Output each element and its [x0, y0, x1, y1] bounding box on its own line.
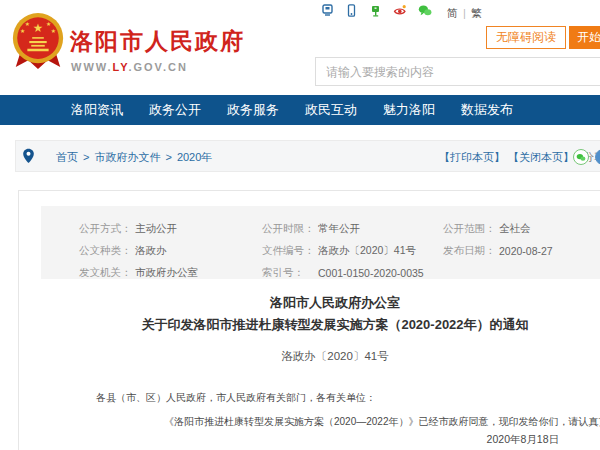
accessibility-reading-button[interactable]: 无障碍阅读	[486, 26, 566, 49]
breadcrumb-year[interactable]: 2020年	[177, 151, 212, 163]
national-emblem-logo: ★ ★ ★ ★ ★	[9, 11, 67, 71]
meta-document-type: 公文种类：洛政办	[79, 240, 262, 262]
nav-item-charming-luoyang[interactable]: 魅力洛阳	[370, 95, 448, 125]
meta-label: 公开范围：	[443, 222, 499, 236]
meta-label: 发文机关：	[79, 266, 135, 280]
meta-value: 洛政办〔2020〕41号	[318, 244, 416, 258]
meta-value: 全社会	[499, 222, 531, 236]
mobile-icon[interactable]	[345, 4, 358, 17]
meta-value: 洛政办	[135, 244, 167, 258]
svg-text:★: ★	[25, 21, 30, 27]
meta-value: C001-0150-2020-0035	[318, 267, 424, 279]
breadcrumb-separator: >	[83, 151, 89, 163]
search-input[interactable]	[315, 57, 600, 86]
site-url-ly: LY	[113, 61, 129, 73]
meta-label: 发布日期：	[443, 244, 499, 258]
meta-disclosure-method: 公开方式：主动公开	[79, 218, 262, 240]
wechat-share-icon[interactable]	[573, 149, 589, 165]
document-date: 2020年8月18日	[487, 433, 559, 447]
meta-label: 公开时限：	[262, 222, 318, 236]
lang-simplified[interactable]: 简	[447, 7, 459, 19]
meta-index-number: 索引号：C001-0150-2020-0035	[262, 262, 443, 284]
meta-label: 索引号：	[262, 266, 318, 280]
meta-document-number: 文件编号：洛政办〔2020〕41号	[262, 240, 443, 262]
document-salutation: 各县（市、区）人民政府，市人民政府有关部门，各有关单位：	[96, 391, 376, 405]
document-card: 公开方式：主动公开 公开时限：常年公开 公开范围：全社会 公文种类：洛政办 文件…	[18, 190, 600, 450]
weibo-icon[interactable]	[393, 4, 407, 17]
language-switch: 简|繁	[447, 6, 483, 21]
nav-item-gov-services[interactable]: 政务服务	[214, 95, 292, 125]
meta-value: 常年公开	[318, 222, 360, 236]
site-title: 洛阳市人民政府	[70, 26, 245, 57]
meta-label: 公开方式：	[79, 222, 135, 236]
nav-item-data-release[interactable]: 数据发布	[448, 95, 526, 125]
document-org-title: 洛阳市人民政府办公室	[19, 294, 600, 312]
svg-text:★: ★	[33, 21, 43, 34]
page: 简|繁 ★ ★ ★ ★ ★ 洛阳市人民政府 WWW.LY.GOV.CN 无障碍阅…	[0, 0, 600, 450]
wechat-icon[interactable]	[418, 4, 432, 17]
document-title: 关于印发洛阳市推进杜康转型发展实施方案（2020-2022年）的通知	[19, 316, 600, 334]
client-icon[interactable]	[321, 4, 334, 17]
breadcrumb: 首页>市政府办文件>2020年	[56, 141, 212, 173]
breadcrumb-home[interactable]: 首页	[56, 151, 78, 163]
meta-value: 市政府办公室	[135, 266, 198, 280]
location-pin-icon	[22, 148, 35, 168]
site-url: WWW.LY.GOV.CN	[71, 61, 188, 73]
svg-text:★: ★	[51, 28, 56, 34]
mailbox-icon[interactable]	[369, 4, 382, 17]
site-url-gov: .GOV.CN	[128, 61, 187, 73]
meta-value: 主动公开	[135, 222, 177, 236]
document-paragraph: 《洛阳市推进杜康转型发展实施方案（2020—2022年）》已经市政府同意，现印发…	[96, 415, 600, 429]
meta-label: 公文种类：	[79, 244, 135, 258]
meta-label: 文件编号：	[262, 244, 318, 258]
breadcrumb-doc-folder[interactable]: 市政府办文件	[94, 151, 160, 163]
lang-divider: |	[463, 7, 467, 19]
breadcrumb-bar: 首页>市政府办文件>2020年 【打印本页】 【关闭本页】 分享：	[15, 140, 600, 172]
topbar-icon-strip	[321, 4, 432, 17]
meta-value: 2020-08-27	[499, 245, 553, 257]
meta-issuing-agency: 发文机关：市政府办公室	[79, 262, 262, 284]
meta-empty-cell	[443, 262, 600, 284]
nav-item-interaction[interactable]: 政民互动	[292, 95, 370, 125]
meta-disclosure-scope: 公开范围：全社会	[443, 218, 600, 240]
svg-text:★: ★	[20, 28, 25, 34]
meta-publish-date: 发布日期：2020-08-27	[443, 240, 600, 262]
meta-disclosure-period: 公开时限：常年公开	[262, 218, 443, 240]
document-meta-table: 公开方式：主动公开 公开时限：常年公开 公开范围：全社会 公文种类：洛政办 文件…	[41, 206, 600, 279]
document-number: 洛政办〔2020〕41号	[19, 349, 600, 364]
nav-item-luoyang-news[interactable]: 洛阳资讯	[58, 95, 136, 125]
breadcrumb-separator: >	[165, 151, 171, 163]
nav-item-gov-disclosure[interactable]: 政务公开	[136, 95, 214, 125]
main-nav: 洛阳资讯 政务公开 政务服务 政民互动 魅力洛阳 数据发布	[0, 95, 600, 125]
start-reading-button[interactable]: 开始阅读	[569, 26, 600, 49]
lang-traditional[interactable]: 繁	[471, 7, 483, 19]
site-url-www: WWW.	[71, 61, 113, 73]
print-page-button[interactable]: 【打印本页】	[439, 151, 505, 163]
close-page-button[interactable]: 【关闭本页】	[508, 151, 574, 163]
svg-text:★: ★	[46, 21, 51, 27]
